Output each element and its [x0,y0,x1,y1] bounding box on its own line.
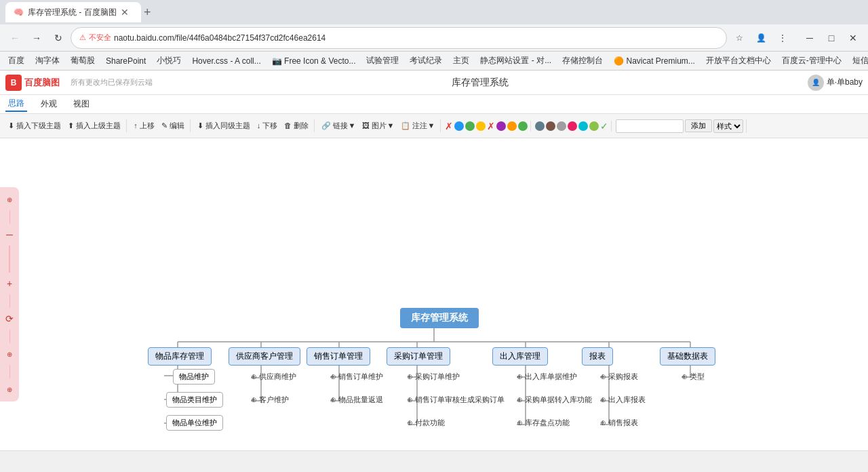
leaf-cgdjzrkgn[interactable]: ⊕ 采购单据转入库功能 [517,395,592,405]
branch-node-gyskhgl[interactable]: 供应商客户管理 [229,347,300,366]
leaf-xsddscrdd[interactable]: ⊕ 销售订单审核生成采购订单 [407,395,505,405]
color-brown-dot[interactable] [546,121,555,131]
leaf-crkdjwh[interactable]: ⊕ 出入库单据维护 [517,372,577,382]
branch-node-bb[interactable]: 报表 [582,347,613,366]
tab-silas[interactable]: 思路 [5,96,27,112]
color-lime-dot[interactable] [589,121,599,131]
zoom-reset-btn[interactable]: ⟳ [3,312,16,326]
check-icon[interactable]: ✓ [600,121,608,132]
leaf-xsddwh[interactable]: ⊕ 销售订单维护 [330,372,383,382]
leaf-xsbb[interactable]: ⊕ 销售报表 [600,418,638,428]
menu-button[interactable]: ⋮ [773,28,792,47]
style-select[interactable]: 样式 [713,119,743,133]
leaf-lx[interactable]: ⊕ 类型 [682,372,705,382]
insert-sub-topic-btn[interactable]: ⬇ 插入下级主题 [5,119,64,132]
color-cyan-dot[interactable] [578,121,588,131]
focus-btn[interactable]: ⊕ [3,193,16,206]
delete-icon2[interactable]: ✗ [487,121,495,132]
zoom-plus-btn[interactable]: + [3,277,16,290]
color-gray-dot[interactable] [535,121,545,131]
leaf-cgbb[interactable]: ⊕ 采购报表 [600,372,638,382]
move-down-btn[interactable]: ↓ 下移 [254,119,281,132]
bookmark-item[interactable]: 考试纪录 [407,54,445,68]
zoom-minus-btn[interactable]: ─ [3,228,16,241]
tab-view[interactable]: 视图 [71,97,92,111]
bookmark-item[interactable]: 🟠 Navicat Premium... [611,55,698,67]
status-bar [0,450,868,464]
note-btn[interactable]: 📋 注注▼ [398,119,437,132]
color-group1: ✗ ✗ [442,121,531,132]
edit-btn[interactable]: ✎ 编辑 [159,119,187,132]
add-button[interactable]: 添加 [685,119,712,132]
color-green-dot[interactable] [465,121,475,131]
branch-node-wplkg[interactable]: 物品库存管理 [148,347,212,366]
branch-node-jcsjb[interactable]: 基础数据表 [660,347,715,366]
tab-close-button[interactable]: ✕ [121,7,129,18]
refresh-button[interactable]: ↻ [49,28,68,47]
color-green2-dot[interactable] [518,121,528,131]
bookmark-item[interactable]: 百度云-管理中心 [779,54,844,68]
tab-appearance[interactable]: 外观 [38,97,60,111]
leaf-cgddwh[interactable]: ⊕ 采购订单维护 [407,372,460,382]
profile-button[interactable]: 👤 [751,28,770,47]
branch-node-xsddgl[interactable]: 销售订单管理 [307,347,370,366]
zoom-fit-btn[interactable]: ⊕ [3,347,16,361]
minimize-button[interactable]: ─ [800,28,819,47]
active-tab[interactable]: 🧠 库存管理系统 - 百度脑图 ✕ [5,2,141,22]
zoom-fullscreen-btn[interactable]: ⊕ [3,382,16,396]
avatar: 👤 [808,75,824,91]
color-lgray-dot[interactable] [557,121,566,131]
bookmark-item[interactable]: SharePoint [103,55,149,67]
bookmark-item[interactable]: 📷 Free Icon & Vecto... [269,55,359,67]
main-toolbar: ⬇ 插入下级主题 ⬆ 插入上级主题 ↑ 上移 ✎ 编辑 ⬇ 插入同级主题 ↓ 下… [0,114,868,138]
bookmark-item[interactable]: 小悦巧 [154,54,184,68]
leaf-wpdwwh[interactable]: 物品单位维护 [166,415,223,431]
color-blue-dot[interactable] [454,121,464,131]
address-bar[interactable]: ⚠ 不安全 naotu.baidu.com/file/44f6a0484bc27… [71,27,727,49]
leaf-wpwh[interactable]: 物品维护 [173,369,215,385]
tab-favicon: 🧠 [14,7,24,17]
image-btn[interactable]: 🖼 图片▼ [359,119,397,132]
bookmark-item[interactable]: 主页 [450,54,472,68]
back-button[interactable]: ← [5,28,24,47]
leaf-khwh[interactable]: ⊕ 客户维护 [251,395,289,405]
leaf-gyswh[interactable]: ⊕ 供应商维护 [251,372,296,382]
tab-title: 库存管理系统 - 百度脑图 [28,7,117,18]
close-window-button[interactable]: ✕ [844,28,863,47]
delete-icon[interactable]: ✗ [445,121,453,132]
color-yellow-dot[interactable] [476,121,486,131]
root-node[interactable]: 库存管理系统 [400,308,479,328]
bookmark-item[interactable]: 试验管理 [363,54,401,68]
color-pink-dot[interactable] [568,121,577,131]
leaf-fkgn[interactable]: ⊕ 付款功能 [407,418,445,428]
insert-parent-topic-btn[interactable]: ⬆ 插入上级主题 [65,119,123,132]
bookmark-item[interactable]: 存储控制台 [559,54,606,68]
maximize-button[interactable]: □ [822,28,841,47]
forward-button[interactable]: → [27,28,46,47]
color-purple-dot[interactable] [496,121,506,131]
bookmark-item[interactable]: 淘字体 [33,54,62,68]
leaf-kspddgn[interactable]: ⊕ 库存盘点功能 [517,418,570,428]
insert-group: ⬇ 插入下级主题 ⬆ 插入上级主题 [3,119,127,132]
bookmark-item[interactable]: 百度 [5,54,27,68]
move-up-btn[interactable]: ↑ 上移 [131,119,157,132]
bookmark-item[interactable]: 短信·短信名名 [850,54,868,68]
leaf-wplmwh[interactable]: 物品类目维护 [166,392,223,408]
insert-sibling-btn[interactable]: ⬇ 插入同级主题 [195,119,253,132]
bookmark-item[interactable]: 静态网站设置 - 对... [477,54,554,68]
leaf-wpplft[interactable]: ⊕ 物品批量返退 [330,395,383,405]
search-input[interactable] [616,119,684,133]
color-orange-dot[interactable] [507,121,517,131]
star-button[interactable]: ☆ [730,28,749,47]
bookmark-item[interactable]: 葡萄股 [68,54,98,68]
branch-node-cgddgl[interactable]: 采购订单管理 [387,347,450,366]
link-btn[interactable]: 🔗 链接▼ [319,119,358,132]
bookmark-item[interactable]: 开放平台文档中心 [703,54,774,68]
branch-node-crkgl[interactable]: 出入库管理 [492,347,548,366]
leaf-crkbb[interactable]: ⊕ 出入库报表 [600,395,646,405]
new-tab-button[interactable]: + [144,5,151,20]
move-group: ↑ 上移 ✎ 编辑 [128,119,191,132]
delete-btn[interactable]: 🗑 删除 [281,119,311,132]
canvas-area[interactable]: 库存管理系统 物品库存管理 供应商客户管理 销售订单管理 采购订单管理 出入库管… [0,138,868,450]
bookmark-item[interactable]: Hover.css - A coll... [189,55,263,67]
